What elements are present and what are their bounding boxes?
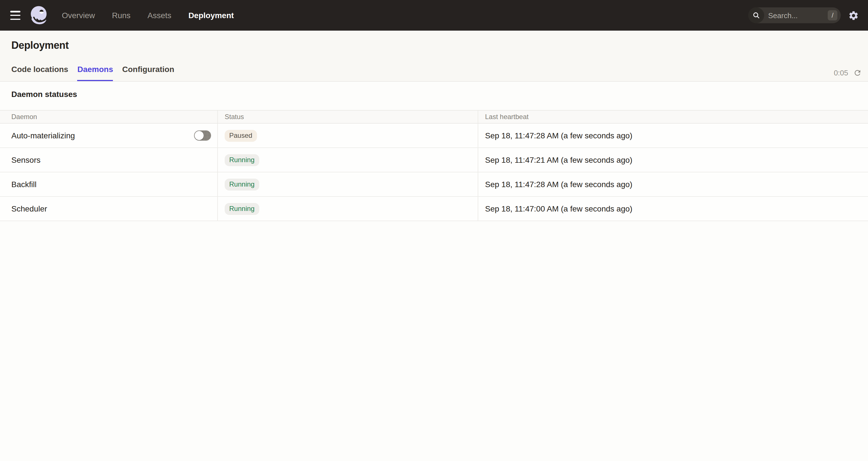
last-heartbeat-cell: Sep 18, 11:47:28 AM (a few seconds ago)	[478, 124, 868, 147]
column-header-daemon: Daemon	[0, 110, 217, 123]
table-row: Scheduler Running Sep 18, 11:47:00 AM (a…	[0, 197, 868, 221]
last-heartbeat-cell: Sep 18, 11:47:21 AM (a few seconds ago)	[478, 148, 868, 172]
nav-item-runs[interactable]: Runs	[112, 11, 130, 20]
search-input[interactable]	[768, 11, 816, 20]
search-shortcut-key: /	[828, 10, 837, 21]
column-header-status: Status	[217, 110, 478, 123]
table-row: Sensors Running Sep 18, 11:47:21 AM (a f…	[0, 148, 868, 172]
topbar-right-cluster: /	[748, 0, 868, 31]
page-title: Deployment	[11, 40, 868, 52]
tab-configuration[interactable]: Configuration	[122, 65, 175, 81]
refresh-countdown: 0:05	[834, 69, 848, 77]
column-header-last-heartbeat: Last heartbeat	[478, 110, 868, 123]
last-heartbeat-cell: Sep 18, 11:47:28 AM (a few seconds ago)	[478, 172, 868, 196]
status-cell: Running	[217, 148, 478, 172]
daemon-name-cell: Scheduler	[0, 197, 217, 221]
daemon-name-cell: Auto-materializing	[0, 124, 217, 147]
nav-item-assets[interactable]: Assets	[148, 11, 171, 20]
daemon-name-cell: Sensors	[0, 148, 217, 172]
daemons-content: Daemon statuses Daemon Status Last heart…	[0, 81, 868, 221]
top-nav-bar: Overview Runs Assets Deployment /	[0, 0, 868, 31]
status-cell: Running	[217, 197, 478, 221]
daemon-status-table: Daemon Status Last heartbeat Auto-materi…	[0, 110, 868, 221]
nav-item-deployment[interactable]: Deployment	[188, 11, 234, 20]
menu-icon[interactable]	[10, 11, 22, 20]
status-badge: Running	[225, 154, 259, 166]
app-window: Overview Runs Assets Deployment /	[0, 0, 868, 461]
daemon-name: Auto-materializing	[11, 131, 75, 140]
tab-bar: Code locations Daemons Configuration	[11, 65, 868, 81]
page-header-band: Deployment Code locations Daemons Config…	[0, 31, 868, 81]
last-heartbeat-cell: Sep 18, 11:47:00 AM (a few seconds ago)	[478, 197, 868, 221]
status-badge: Running	[225, 178, 259, 190]
auto-materializing-toggle[interactable]	[194, 130, 211, 141]
tab-code-locations[interactable]: Code locations	[11, 65, 68, 81]
table-row: Backfill Running Sep 18, 11:47:28 AM (a …	[0, 172, 868, 197]
status-badge: Running	[225, 203, 259, 215]
daemon-name-cell: Backfill	[0, 172, 217, 196]
tab-daemons[interactable]: Daemons	[78, 65, 113, 81]
status-cell: Paused	[217, 124, 478, 147]
status-cell: Running	[217, 172, 478, 196]
nav-item-overview[interactable]: Overview	[62, 11, 95, 20]
search-box[interactable]: /	[748, 7, 841, 23]
refresh-area: 0:05	[834, 69, 862, 77]
settings-gear-icon[interactable]	[848, 10, 859, 21]
status-badge: Paused	[225, 130, 257, 141]
search-icon	[748, 7, 764, 23]
refresh-icon[interactable]	[853, 69, 862, 77]
table-row: Auto-materializing Paused Sep 18, 11:47:…	[0, 124, 868, 148]
dagster-logo-icon[interactable]	[29, 5, 49, 26]
table-header-row: Daemon Status Last heartbeat	[0, 110, 868, 124]
primary-nav: Overview Runs Assets Deployment	[62, 11, 234, 20]
section-title: Daemon statuses	[0, 81, 868, 99]
